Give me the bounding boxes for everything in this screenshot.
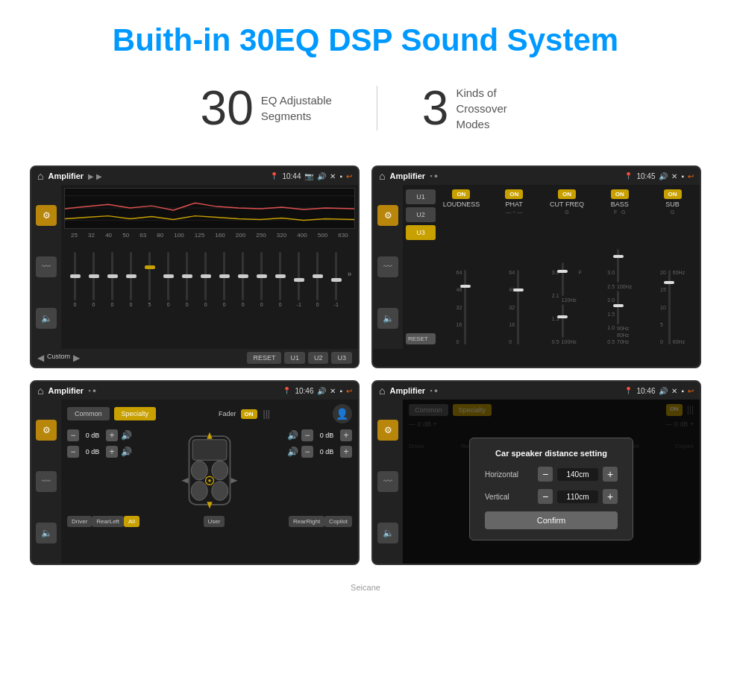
all-btn[interactable]: All: [124, 516, 139, 527]
u3-preset[interactable]: U3: [406, 225, 436, 240]
eq-slider-10[interactable]: 0: [236, 252, 251, 307]
specialty-tab-bl[interactable]: Specialty: [114, 407, 157, 420]
xo-reset-btn[interactable]: RESET: [406, 333, 436, 344]
horizontal-plus[interactable]: +: [603, 467, 618, 482]
u2-preset[interactable]: U2: [406, 207, 436, 222]
dialog-vertical-row: Vertical − 110cm +: [485, 489, 618, 504]
copilot-btn[interactable]: Copilot: [324, 516, 352, 527]
wave-icon-btn-bl[interactable]: 〰: [36, 471, 57, 492]
eq-slider-13[interactable]: -1: [292, 252, 307, 307]
db-minus-4[interactable]: −: [301, 446, 313, 458]
vertical-plus[interactable]: +: [603, 489, 618, 504]
eq-slider-2[interactable]: 0: [87, 252, 101, 307]
wave-icon-btn-br[interactable]: 〰: [377, 471, 398, 492]
bass-slider-1[interactable]: [617, 249, 619, 283]
home-icon-bl[interactable]: ⌂: [37, 385, 43, 397]
eq-slider-11[interactable]: 0: [254, 252, 269, 307]
screen-icon-br[interactable]: ▪: [681, 387, 684, 395]
loudness-slider[interactable]: [464, 270, 466, 344]
sub-slider[interactable]: [668, 270, 671, 344]
db-minus-2[interactable]: −: [67, 446, 79, 458]
xo-presets: U1 U2 U3 RESET: [406, 189, 436, 344]
screen-icon[interactable]: ▪: [339, 172, 342, 180]
speaker-vol-btn[interactable]: 🔈: [36, 308, 57, 329]
eq-slider-3[interactable]: 0: [105, 252, 120, 307]
db-plus-4[interactable]: +: [340, 446, 352, 458]
wave-icon-btn[interactable]: 〰: [36, 256, 57, 277]
screen-icon-bl[interactable]: ▪: [339, 387, 342, 395]
rearleft-btn[interactable]: RearLeft: [92, 516, 124, 527]
eq-slider-6[interactable]: 0: [161, 252, 176, 307]
volume-icon[interactable]: 🔊: [317, 172, 326, 180]
db-plus-3[interactable]: +: [340, 429, 352, 441]
close-icon[interactable]: ✕: [330, 172, 336, 180]
sub-on-btn[interactable]: ON: [664, 189, 682, 199]
screen-icon-tr[interactable]: ▪: [681, 172, 684, 180]
prev-arrow[interactable]: ◀: [37, 353, 44, 363]
back-icon-bl[interactable]: ↩: [346, 387, 352, 395]
bass-slider-2[interactable]: [617, 291, 619, 324]
confirm-button[interactable]: Confirm: [485, 511, 618, 529]
db-minus-3[interactable]: −: [301, 429, 313, 441]
location-icon-br: 📍: [624, 387, 633, 394]
eq-slider-8[interactable]: 0: [198, 252, 213, 307]
cutfreq-slider-2[interactable]: [562, 304, 564, 338]
speaker-btn-tr[interactable]: 🔈: [377, 308, 398, 329]
eq-slider-9[interactable]: 0: [217, 252, 232, 307]
eq-icon-btn-tr[interactable]: ⚙: [377, 205, 398, 226]
eq-slider-15[interactable]: -1: [329, 252, 344, 307]
wave-icon-btn-tr[interactable]: 〰: [377, 256, 398, 277]
volume-icon-br[interactable]: 🔊: [659, 387, 668, 395]
eq-icon-btn-bl[interactable]: ⚙: [36, 420, 57, 441]
close-icon-br[interactable]: ✕: [671, 387, 677, 395]
phat-slider[interactable]: [517, 270, 519, 344]
u3-button[interactable]: U3: [331, 352, 352, 364]
eq-slider-14[interactable]: 0: [310, 252, 325, 307]
eq-slider-4[interactable]: 0: [124, 252, 139, 307]
speaker-rr-icon: 🔊: [287, 447, 298, 457]
volume-icon-tr[interactable]: 🔊: [659, 172, 668, 180]
camera-icon[interactable]: 📷: [304, 172, 313, 180]
home-icon[interactable]: ⌂: [37, 170, 43, 182]
cutfreq-slider-1[interactable]: [562, 262, 564, 296]
person-icon-btn[interactable]: 👤: [333, 404, 352, 423]
eq-slider-1[interactable]: 0: [68, 252, 83, 307]
close-icon-tr[interactable]: ✕: [671, 172, 677, 180]
bass-on-btn[interactable]: ON: [611, 189, 629, 199]
loudness-on-btn[interactable]: ON: [452, 189, 470, 199]
volume-icon-bl[interactable]: 🔊: [317, 387, 326, 395]
speaker-btn-br[interactable]: 🔈: [377, 523, 398, 543]
rearright-btn[interactable]: RearRight: [289, 516, 324, 527]
speaker-btn-bl[interactable]: 🔈: [36, 523, 57, 543]
u1-preset[interactable]: U1: [406, 189, 436, 204]
eq-slider-7[interactable]: 0: [180, 252, 195, 307]
eq-slider-12[interactable]: 0: [273, 252, 288, 307]
cutfreq-on-btn[interactable]: ON: [558, 189, 576, 199]
next-arrow[interactable]: ▶: [73, 353, 80, 363]
more-icon[interactable]: »: [348, 270, 352, 278]
back-icon-tr[interactable]: ↩: [688, 172, 694, 180]
phat-on-btn[interactable]: ON: [505, 189, 523, 199]
play-icon[interactable]: ▶ ▶: [88, 172, 102, 180]
driver-btn[interactable]: Driver: [67, 516, 92, 527]
u2-button[interactable]: U2: [308, 352, 329, 364]
reset-button[interactable]: RESET: [247, 352, 281, 364]
vertical-minus[interactable]: −: [538, 489, 553, 504]
eq-icon-btn[interactable]: ⚙: [36, 205, 57, 226]
back-icon-br[interactable]: ↩: [688, 387, 694, 395]
horizontal-minus[interactable]: −: [538, 467, 553, 482]
user-btn[interactable]: User: [204, 516, 225, 527]
eq-icon-btn-br[interactable]: ⚙: [377, 420, 398, 441]
db-plus-1[interactable]: +: [106, 429, 118, 441]
page-title: Buith-in 30EQ DSP Sound System: [0, 0, 731, 73]
home-icon-br[interactable]: ⌂: [379, 385, 385, 397]
common-tab-bl[interactable]: Common: [67, 407, 110, 420]
db-plus-2[interactable]: +: [106, 446, 118, 458]
back-icon[interactable]: ↩: [346, 172, 352, 180]
u1-button[interactable]: U1: [284, 352, 305, 364]
db-minus-1[interactable]: −: [67, 429, 79, 441]
close-icon-bl[interactable]: ✕: [330, 387, 336, 395]
eq-slider-5[interactable]: 5: [142, 252, 157, 307]
home-icon-tr[interactable]: ⌂: [379, 170, 385, 182]
fader-on[interactable]: ON: [241, 409, 257, 419]
